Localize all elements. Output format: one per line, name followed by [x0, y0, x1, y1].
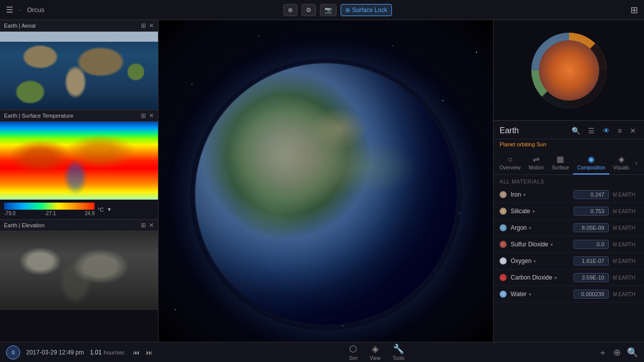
skip-buttons: ⏮ ⏭ [131, 347, 155, 357]
tabs-row: ○ Overview ⇌ Motion ▦ Surface ◉ Composit… [494, 151, 644, 175]
tab-composition[interactable]: ◉ Composition [573, 151, 609, 174]
section-header: ALL MATERIALS [494, 175, 644, 187]
search-bottom-button[interactable]: 🔍 [627, 347, 638, 358]
sulfur-dot [500, 241, 507, 248]
datetime: 2017-03-29 12:49 pm [26, 349, 84, 356]
temp-close-icon[interactable]: ✕ [149, 112, 154, 119]
cutaway-sphere [531, 33, 607, 108]
settings-button[interactable]: ⚙ [301, 4, 316, 16]
water-unit: M EARTH [613, 292, 638, 297]
main-area: Earth | Aerial ⊞ ✕ Earth | Surface Tempe… [0, 20, 644, 342]
speed-info: 1.01 hour/sec [90, 349, 125, 356]
material-row-sulfur-dioxide: Sulfur Dioxide ▾ 0.0 M EARTH [494, 236, 644, 253]
aerial-header: Earth | Aerial ⊞ ✕ [0, 20, 158, 32]
menu-icon[interactable]: ☰ [6, 5, 13, 15]
tab-overview[interactable]: ○ Overview [496, 152, 525, 174]
oxygen-dot [500, 257, 507, 264]
tab-visuals[interactable]: ◈ Visuals [609, 151, 633, 174]
layers-icon[interactable]: ⊞ [630, 5, 638, 16]
oxygen-unit: M EARTH [613, 258, 638, 264]
argon-name[interactable]: Argon ▾ [511, 224, 570, 231]
aerial-map-block: Earth | Aerial ⊞ ✕ [0, 20, 158, 110]
bottom-left: ⏸ 2017-03-29 12:49 pm 1.01 hour/sec ⏮ ⏭ [0, 345, 155, 359]
nav-view[interactable]: ◈ View [370, 343, 381, 361]
water-name[interactable]: Water ▾ [511, 291, 570, 298]
surface-temp-image [0, 122, 158, 200]
sulfur-unit: M EARTH [613, 242, 638, 247]
nav-tools[interactable]: 🔧 Tools [392, 343, 404, 361]
co2-dot [500, 274, 507, 281]
surface-icon: ▦ [556, 154, 564, 164]
temp-layers-icon[interactable]: ⊞ [141, 112, 146, 119]
material-row-water: Water ▾ 0.000239 M EARTH [494, 286, 644, 303]
aerial-actions: ⊞ ✕ [141, 22, 154, 29]
close-panel-button[interactable]: ✕ [628, 126, 638, 136]
elevation-layers-icon[interactable]: ⊞ [141, 222, 146, 229]
elevation-actions: ⊞ ✕ [141, 222, 154, 229]
silicate-value: 0.753 [574, 207, 609, 216]
material-row-oxygen: Oxygen ▾ 1.81E-07 M EARTH [494, 253, 644, 269]
temp-legend: -79.0 -27.1 24.9 °C ▼ [0, 200, 158, 219]
silicate-name[interactable]: Silicate ▾ [511, 208, 570, 215]
tabs-arrow[interactable]: › [633, 156, 639, 169]
cutaway-inner [539, 40, 599, 101]
sulfur-value: 0.0 [574, 240, 609, 249]
skip-forward-button[interactable]: ⏭ [144, 347, 155, 357]
surface-lock-label: Surface Lock [352, 7, 387, 14]
elevation-map-image [0, 231, 158, 309]
material-row-silicate: Silicate ▾ 0.753 M EARTH [494, 203, 644, 220]
co2-name[interactable]: Carbon Dioxide ▾ [511, 274, 570, 281]
temp-unit-dropdown[interactable]: ▼ [107, 207, 112, 212]
top-bar-right: ⊞ [630, 5, 644, 16]
view-icon: ◈ [372, 343, 379, 354]
aerial-close-icon[interactable]: ✕ [149, 22, 154, 29]
argon-dot [500, 224, 507, 231]
speed-value: 1.01 [90, 349, 102, 356]
overview-icon: ○ [508, 155, 513, 164]
water-value: 0.000239 [574, 290, 609, 299]
search-button[interactable]: 🔍 [570, 126, 582, 136]
silicate-chevron: ▾ [532, 209, 535, 214]
iron-name[interactable]: Iron ▾ [511, 191, 570, 198]
oxygen-chevron: ▾ [533, 258, 536, 264]
crosshair-button[interactable]: ⊕ [613, 347, 621, 358]
oxygen-name[interactable]: Oxygen ▾ [511, 257, 570, 264]
tab-motion[interactable]: ⇌ Motion [525, 151, 548, 174]
elevation-block: Earth | Elevation ⊞ ✕ [0, 220, 158, 310]
camera-button[interactable]: 📷 [320, 4, 337, 16]
composition-icon: ◉ [588, 154, 595, 164]
iron-chevron: ▾ [523, 192, 526, 198]
eye-button[interactable]: 👁 [601, 126, 612, 136]
argon-value: 8.05E-09 [574, 223, 609, 232]
surface-lock-button[interactable]: ⊛ Surface Lock [341, 4, 392, 16]
layers-toggle-icon[interactable]: ⊞ [141, 22, 146, 29]
planet-name: Earth [500, 126, 519, 135]
sim-icon: ⬡ [349, 343, 357, 354]
list-button[interactable]: ☰ [586, 126, 597, 136]
temp-values: -79.0 -27.1 24.9 [4, 211, 95, 216]
horizontal-list-button[interactable]: ≡ [616, 126, 624, 136]
target-button[interactable]: ⊕ [283, 4, 297, 16]
speed-unit: hour/sec [104, 349, 125, 355]
water-dot [500, 291, 507, 298]
elevation-title: Earth | Elevation [4, 222, 45, 228]
elevation-close-icon[interactable]: ✕ [149, 222, 154, 229]
surface-temp-title: Earth | Surface Temperature [4, 113, 73, 119]
temp-gradient-bar [4, 203, 95, 210]
motion-icon: ⇌ [533, 154, 539, 164]
sulfur-name[interactable]: Sulfur Dioxide ▾ [511, 241, 570, 248]
nav-sim[interactable]: ⬡ Sim [349, 343, 358, 361]
center-view[interactable] [158, 20, 493, 342]
app-title: Orcus [27, 6, 45, 14]
temp-unit: °C [98, 207, 104, 213]
star-name: Sun [536, 141, 546, 147]
iron-dot [500, 191, 507, 198]
surface-lock-icon: ⊛ [345, 7, 350, 14]
skip-back-button[interactable]: ⏮ [131, 347, 142, 357]
tab-surface[interactable]: ▦ Surface [548, 151, 573, 174]
aerial-title: Earth | Aerial [4, 23, 36, 29]
pause-button[interactable]: ⏸ [6, 345, 20, 359]
co2-chevron: ▾ [554, 275, 557, 281]
add-button[interactable]: ＋ [598, 346, 607, 358]
silicate-unit: M EARTH [613, 209, 638, 214]
